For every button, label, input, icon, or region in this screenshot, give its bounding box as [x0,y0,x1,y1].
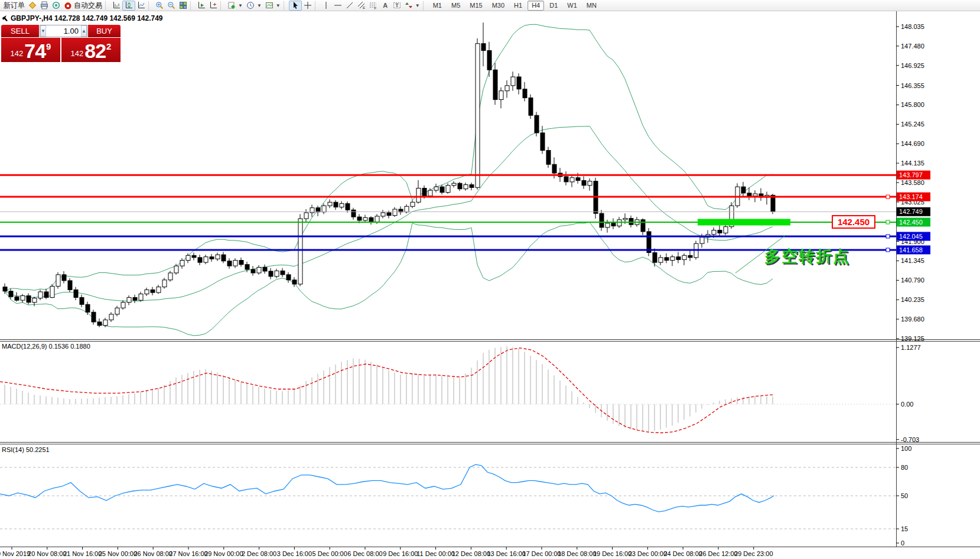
line-chart-button[interactable] [135,1,147,11]
text-icon: A [381,1,389,9]
timeframe-button-D1[interactable]: D1 [545,1,562,11]
price-axis-label: 140.790 [901,277,924,284]
zoom-in-button[interactable] [154,1,165,11]
bear-candle-body [387,213,391,216]
new-order-button[interactable]: 新订单 [2,1,27,11]
volume-increase-button[interactable]: ▲ [81,25,87,37]
timeframe-button-H4[interactable]: H4 [528,1,544,11]
bull-candle-body [115,308,119,314]
macd-histogram [5,346,773,432]
period-button[interactable]: ▼ [245,1,263,11]
line-chart-icon [137,1,145,9]
bull-candle-body [405,206,409,212]
bull-candle-body [145,290,149,294]
dropdown-caret-icon: ▼ [276,3,281,8]
dropdown-caret-icon: ▼ [415,3,420,8]
macd-indicator-label: MACD(12,26,9) 0.1536 0.1880 [2,343,90,350]
time-axis-label: 9 Dec 16:00 [383,550,418,557]
timeframe-button-M5[interactable]: M5 [447,1,464,11]
tile-windows-icon [179,1,187,9]
zoom-in-icon [155,1,164,9]
bull-candle-body [304,213,308,219]
text-tool-button[interactable]: A [379,1,391,11]
arrows-tool-button[interactable]: ▼ [403,1,422,11]
bull-candle-body [298,219,302,284]
buy-quote-button[interactable]: 142 82 2 [61,38,121,62]
chart-canvas[interactable]: 148.035147.480146.925146.355145.800145.2… [0,0,980,559]
bar-chart-button[interactable] [110,1,122,11]
auto-trading-label: 自动交易 [74,1,102,11]
fibonacci-tool-button[interactable]: F [367,1,379,11]
price-axis-label: 139.125 [901,335,924,342]
sell-button[interactable]: SELL [1,25,39,37]
vertical-line-tool-button[interactable] [320,1,332,11]
trendline-tool-button[interactable] [344,1,356,11]
bar-chart-icon [112,1,121,9]
bull-candle-body [452,183,456,186]
new-order-label: 新订单 [4,1,25,11]
chart-shift-button[interactable] [207,1,219,11]
bull-candle-body [121,303,125,308]
add-indicator-button[interactable]: ▼ [226,1,245,11]
market-watch-button[interactable] [27,1,38,11]
bear-candle-body [517,77,521,89]
time-axis-label: 19 Dec 16:00 [593,550,631,557]
bear-candle-body [576,178,580,181]
candlestick-chart-button[interactable] [122,1,135,11]
print-button[interactable] [38,1,50,11]
main-price-pane [0,22,896,336]
bear-candle-body [741,187,745,193]
buy-button[interactable]: BUY [88,25,121,37]
dropdown-caret-icon: ▼ [257,3,262,8]
bear-candle-body [357,217,362,220]
line-anchor-square[interactable] [886,220,890,224]
diamond-icon [28,1,37,9]
bear-candle-body [281,271,285,275]
bear-candle-body [718,230,722,233]
price-level-label-box[interactable]: 142.450 [832,215,875,229]
printer-icon [40,1,48,9]
timeframe-button-M15[interactable]: M15 [465,1,486,11]
timeframe-button-M1[interactable]: M1 [429,1,446,11]
bollinger-upper-band [5,24,773,291]
support-zone-rectangle[interactable] [698,219,790,225]
tile-windows-button[interactable] [177,1,189,11]
bear-candle-body [239,261,243,265]
text-label-tool-button[interactable]: T [391,1,403,11]
buy-price-prefix: 142 [71,49,84,58]
bear-candle-body [3,287,7,291]
bear-candle-body [245,265,249,269]
bull-candle-body [623,218,627,219]
volume-decrease-button[interactable]: ▼ [40,25,46,37]
sell-price-sup: 9 [46,41,51,51]
timeframe-button-MN[interactable]: MN [582,1,601,11]
sell-quote-button[interactable]: 142 74 9 [1,38,60,62]
auto-trading-button[interactable]: 自动交易 [62,1,104,11]
time-axis-label: 25 Nov 00:00 [99,550,137,557]
bear-candle-body [198,258,202,262]
bear-candle-body [263,267,267,271]
bear-candle-body [688,255,692,258]
time-axis-label: 26 Dec 12:00 [699,550,737,557]
cursor-tool-button[interactable] [289,1,302,11]
auto-scroll-button[interactable] [196,1,207,11]
line-anchor-square[interactable] [886,248,890,252]
timeframe-button-M30[interactable]: M30 [488,1,509,11]
rsi-pane [0,464,896,529]
volume-input[interactable] [46,25,81,37]
timeframe-button-H1[interactable]: H1 [510,1,526,11]
bull-candle-body [428,190,432,196]
crosshair-tool-button[interactable] [302,1,314,11]
dropdown-caret-icon: ▼ [238,3,243,8]
bull-candle-body [617,220,621,226]
line-anchor-square[interactable] [886,195,890,199]
timeframe-button-W1[interactable]: W1 [563,1,581,11]
channel-tool-button[interactable]: E [356,1,367,11]
zoom-out-button[interactable] [165,1,177,11]
template-button[interactable]: ▼ [263,1,282,11]
signals-button[interactable] [50,1,62,11]
horizontal-line-tool-button[interactable] [332,1,344,11]
line-anchor-square[interactable] [886,235,890,238]
sell-price-prefix: 142 [11,49,24,58]
timeframe-toolbar: M1M5M15M30H1H4D1W1MN [428,1,601,11]
